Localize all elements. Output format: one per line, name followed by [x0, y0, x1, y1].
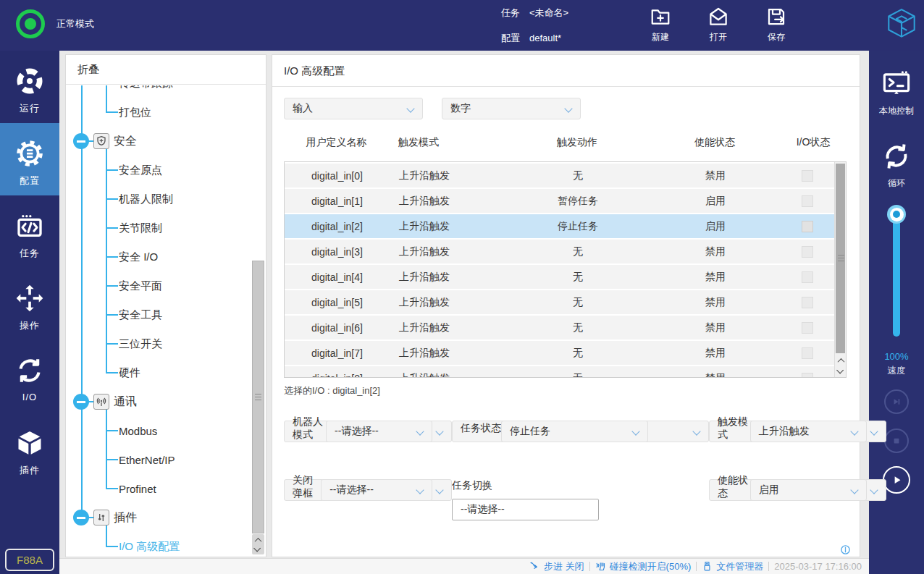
table-row[interactable]: digital_in[7] 上升沿触发 无 禁用 — [285, 341, 834, 365]
table-row[interactable]: digital_in[5] 上升沿触发 无 禁用 — [285, 290, 834, 314]
io-state-checkbox[interactable] — [802, 246, 813, 258]
table-row[interactable]: digital_in[3] 上升沿触发 无 禁用 — [285, 240, 834, 263]
trigger-action: 无 — [505, 372, 650, 379]
scroll-down-icon[interactable] — [836, 366, 844, 373]
column-header: 触发动作 — [505, 136, 650, 149]
field-control[interactable]: 启用 — [750, 479, 867, 501]
statusbar-separator — [696, 562, 697, 571]
column-header: 触发模式 — [389, 136, 505, 149]
field-control[interactable]: 停止任务 — [501, 421, 648, 442]
statusbar-item[interactable]: 文件管理器 — [702, 560, 763, 573]
tree-item[interactable]: Profinet — [66, 474, 266, 503]
table-row[interactable]: digital_in[2] 上升沿触发 停止任务 启用 — [285, 214, 834, 238]
scroll-up-icon[interactable] — [255, 538, 262, 545]
fkey-button[interactable]: F88A — [5, 549, 54, 571]
tree-item[interactable]: I/O 高级配置 — [66, 532, 266, 557]
table-row[interactable]: digital_in[8] 上升沿触发 无 禁用 — [285, 366, 834, 378]
collapse-toggle-icon[interactable] — [73, 133, 89, 149]
transport-button[interactable] — [883, 466, 910, 494]
sidebar-nav-item[interactable]: 插件 — [0, 413, 59, 485]
scroll-down-icon[interactable] — [253, 545, 261, 552]
collapse-toggle-icon[interactable] — [73, 394, 89, 410]
io-state-checkbox[interactable] — [802, 221, 813, 232]
io-config-form: 机器人模式 --请选择-- 任务状态 停止任务 触发模式 上升沿触发 关闭弹框 — [284, 421, 849, 520]
table-scrollbar-thumb[interactable] — [836, 164, 845, 353]
trigger-mode: 上升沿触发 — [390, 347, 505, 360]
sidebar-nav-item[interactable]: 运行 — [0, 51, 59, 123]
table-scrollbar[interactable] — [834, 162, 846, 377]
tree-item[interactable]: 安全原点 — [66, 156, 266, 185]
field-control[interactable]: --请选择-- — [321, 479, 432, 501]
info-icon[interactable] — [840, 544, 851, 555]
filter-select[interactable]: 输入 — [284, 98, 423, 119]
io-state-checkbox[interactable] — [802, 347, 813, 359]
io-name: digital_in[3] — [285, 246, 390, 258]
tree-item[interactable]: 安全 I/O — [66, 242, 266, 271]
sidebar-nav-item[interactable]: 操作 — [0, 268, 59, 340]
table-row[interactable]: digital_in[6] 上升沿触发 无 禁用 — [285, 316, 834, 339]
tree-item[interactable]: EtherNet/IP — [66, 445, 266, 474]
table-row[interactable]: digital_in[0] 上升沿触发 无 禁用 — [285, 164, 834, 187]
sidebar-nav-item[interactable]: 配置 — [0, 123, 59, 195]
transport-button[interactable] — [884, 389, 909, 414]
io-state-checkbox[interactable] — [802, 297, 813, 308]
io-name: digital_in[6] — [285, 322, 390, 334]
tree-scrollbar-thumb[interactable] — [252, 261, 264, 533]
tree-item[interactable]: 传送带跟踪 — [66, 85, 266, 98]
topbar-action-button[interactable]: 新建 — [637, 6, 684, 43]
speed-slider[interactable] — [893, 206, 900, 337]
right-nav-item[interactable]: 本地控制 — [869, 54, 924, 127]
field-label: 机器人模式 — [293, 415, 326, 442]
trigger-action: 无 — [505, 271, 650, 284]
statusbar-item[interactable]: 步进 关闭 — [529, 560, 584, 573]
enable-state: 启用 — [650, 195, 781, 208]
tree-item[interactable]: 打包位 — [66, 98, 266, 127]
tree-item[interactable]: 三位开关 — [66, 329, 266, 358]
tree-item[interactable]: Modbus — [66, 416, 266, 445]
statusbar-datetime: 2025-03-17 17:16:00 — [774, 561, 862, 572]
tree-item[interactable]: 安全平面 — [66, 271, 266, 300]
tree-item[interactable]: 插件 — [66, 503, 266, 532]
topbar-action-button[interactable]: 保存 — [753, 6, 799, 43]
file-manager-icon — [702, 561, 713, 572]
trigger-mode: 上升沿触发 — [390, 296, 505, 309]
filter-select[interactable]: 数字 — [442, 98, 581, 119]
speed-slider-handle[interactable] — [887, 205, 906, 224]
enable-state: 禁用 — [650, 169, 781, 182]
filter-bar: 输入 数字 — [284, 98, 581, 119]
table-row[interactable]: digital_in[4] 上升沿触发 无 禁用 — [285, 265, 834, 289]
enable-state: 启用 — [650, 220, 781, 233]
tree-scrollbar-buttons[interactable] — [252, 534, 264, 554]
field-label: 任务切换 — [452, 479, 709, 492]
topbar-action-button[interactable]: 打开 — [695, 6, 742, 43]
field-label: 关闭弹框 — [293, 474, 321, 500]
io-state-checkbox[interactable] — [802, 322, 813, 334]
field-control[interactable]: 上升沿触发 — [750, 421, 867, 442]
sidebar-nav-item[interactable]: I/O — [0, 340, 59, 413]
tree-item[interactable]: 机器人限制 — [66, 185, 266, 214]
tree-item[interactable]: 通讯 — [66, 387, 266, 416]
io-state-checkbox[interactable] — [802, 271, 813, 283]
tree-item[interactable]: 关节限制 — [66, 214, 266, 242]
field-control[interactable]: --请选择-- — [326, 421, 432, 442]
tree-item[interactable]: 硬件 — [66, 358, 266, 387]
statusbar-item[interactable]: 碰撞检测开启(50%) — [595, 560, 692, 573]
field-control[interactable]: --请选择-- — [452, 499, 599, 520]
scroll-up-icon[interactable] — [837, 358, 844, 366]
tree-item[interactable]: 安全工具 — [66, 300, 266, 329]
collapse-toggle-icon[interactable] — [73, 510, 89, 526]
trigger-action: 停止任务 — [505, 220, 650, 233]
io-state-checkbox[interactable] — [802, 170, 813, 182]
right-nav-item[interactable]: 循环 — [869, 127, 924, 199]
form-field: 使能状态 启用 — [709, 479, 886, 501]
status-green-icon — [16, 9, 45, 38]
sidebar-nav-item[interactable]: 任务 — [0, 195, 59, 268]
collapse-header[interactable]: 折叠 — [66, 55, 266, 85]
tree-item[interactable]: 安全 — [66, 127, 266, 156]
transport-button[interactable] — [884, 429, 909, 453]
io-state-checkbox[interactable] — [802, 373, 813, 378]
table-row[interactable]: digital_in[1] 上升沿触发 暂停任务 启用 — [285, 189, 834, 213]
step-icon — [529, 561, 540, 572]
io-state-checkbox[interactable] — [802, 195, 813, 207]
play-icon — [889, 473, 904, 487]
